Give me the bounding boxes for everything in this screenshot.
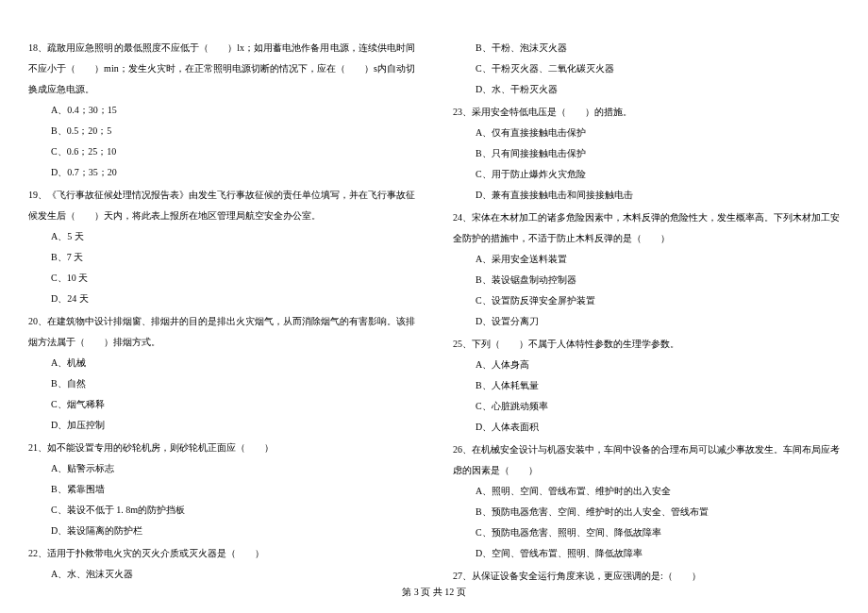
question-19-text: 19、《飞行事故征候处理情况报告表》由发生飞行事故征候的责任单位填写，并在飞行事… <box>28 185 415 226</box>
option-22-c: C、干粉灭火器、二氧化碳灭火器 <box>476 58 840 79</box>
option-18-c: C、0.6；25；10 <box>51 141 415 162</box>
option-26-b: B、预防电器危害、空间、维护时的出人安全、管线布置 <box>476 502 840 522</box>
question-24-text: 24、宋体在木材加工的诸多危险因素中，木料反弹的危险性大，发生概率高。下列木材加… <box>453 207 840 249</box>
question-23-options: A、仅有直接接触电击保护 B、只有间接接触电击保护 C、用于防止爆炸火灾危险 D… <box>453 123 840 206</box>
option-19-c: C、10 天 <box>51 268 415 289</box>
option-18-d: D、0.7；35；20 <box>51 162 415 183</box>
question-22-options-partial: A、水、泡沫灭火器 <box>28 564 415 585</box>
option-20-a: A、机械 <box>51 353 415 373</box>
option-23-b: B、只有间接接触电击保护 <box>476 143 840 164</box>
question-24-options: A、采用安全送料装置 B、装设锯盘制动控制器 C、设置防反弹安全屏护装置 D、设… <box>453 249 840 332</box>
question-27-text: 27、从保证设备安全运行角度来说，更应强调的是:（ ） <box>453 566 840 587</box>
question-20: 20、在建筑物中设计排烟窗、排烟井的目的是排出火灾烟气，从而消除烟气的有害影响。… <box>28 311 415 436</box>
option-24-d: D、设置分离刀 <box>476 311 840 332</box>
option-25-b: B、人体耗氧量 <box>476 375 840 396</box>
question-18-text: 18、疏散用应急照明的最低照度不应低于（ ）lx；如用蓄电池作备用电源，连续供电… <box>28 38 415 100</box>
option-23-c: C、用于防止爆炸火灾危险 <box>476 164 840 185</box>
option-26-c: C、预防电器危害、照明、空间、降低故障率 <box>476 522 840 543</box>
question-20-options: A、机械 B、自然 C、烟气稀释 D、加压控制 <box>28 353 415 436</box>
question-24: 24、宋体在木材加工的诸多危险因素中，木料反弹的危险性大，发生概率高。下列木材加… <box>453 207 840 332</box>
option-23-d: D、兼有直接接触电击和间接接触电击 <box>476 185 840 206</box>
question-27: 27、从保证设备安全运行角度来说，更应强调的是:（ ） <box>453 566 840 587</box>
option-19-b: B、7 天 <box>51 247 415 268</box>
question-25: 25、下列（ ）不属于人体特性参数的生理学参数。 A、人体身高 B、人体耗氧量 … <box>453 334 840 438</box>
option-19-d: D、24 天 <box>51 289 415 309</box>
option-24-b: B、装设锯盘制动控制器 <box>476 270 840 290</box>
page-footer: 第 3 页 共 12 页 <box>0 586 868 599</box>
question-26-text: 26、在机械安全设计与机器安装中，车间中设备的合理布局可以减少事故发生。车间布局… <box>453 439 840 481</box>
question-21-text: 21、如不能设置专用的砂轮机房，则砂轮机正面应（ ） <box>28 438 415 458</box>
option-26-a: A、照明、空间、管线布置、维护时的出入安全 <box>476 481 840 502</box>
left-column: 18、疏散用应急照明的最低照度不应低于（ ）lx；如用蓄电池作备用电源，连续供电… <box>28 38 415 585</box>
option-25-c: C、心脏跳动频率 <box>476 396 840 417</box>
option-25-d: D、人体表面积 <box>476 417 840 438</box>
question-19-options: A、5 天 B、7 天 C、10 天 D、24 天 <box>28 226 415 309</box>
question-18-options: A、0.4；30；15 B、0.5；20；5 C、0.6；25；10 D、0.7… <box>28 100 415 183</box>
question-19: 19、《飞行事故征候处理情况报告表》由发生飞行事故征候的责任单位填写，并在飞行事… <box>28 185 415 309</box>
question-23: 23、采用安全特低电压是（ ）的措施。 A、仅有直接接触电击保护 B、只有间接接… <box>453 102 840 206</box>
option-24-a: A、采用安全送料装置 <box>476 249 840 270</box>
option-20-b: B、自然 <box>51 373 415 394</box>
option-22-b: B、干粉、泡沫灭火器 <box>476 38 840 58</box>
option-20-c: C、烟气稀释 <box>51 394 415 415</box>
question-25-text: 25、下列（ ）不属于人体特性参数的生理学参数。 <box>453 334 840 355</box>
option-19-a: A、5 天 <box>51 226 415 247</box>
option-22-d: D、水、干粉灭火器 <box>476 79 840 100</box>
question-26: 26、在机械安全设计与机器安装中，车间中设备的合理布局可以减少事故发生。车间布局… <box>453 439 840 564</box>
option-18-a: A、0.4；30；15 <box>51 100 415 121</box>
option-22-a: A、水、泡沫灭火器 <box>51 564 415 585</box>
option-20-d: D、加压控制 <box>51 415 415 436</box>
question-21: 21、如不能设置专用的砂轮机房，则砂轮机正面应（ ） A、贴警示标志 B、紧靠围… <box>28 438 415 541</box>
option-18-b: B、0.5；20；5 <box>51 121 415 141</box>
question-20-text: 20、在建筑物中设计排烟窗、排烟井的目的是排出火灾烟气，从而消除烟气的有害影响。… <box>28 311 415 353</box>
question-22: 22、适用于扑救带电火灾的灭火介质或灭火器是（ ） A、水、泡沫灭火器 <box>28 543 415 585</box>
option-21-d: D、装设隔离的防护栏 <box>51 521 415 541</box>
question-25-options: A、人体身高 B、人体耗氧量 C、心脏跳动频率 D、人体表面积 <box>453 355 840 438</box>
question-26-options: A、照明、空间、管线布置、维护时的出入安全 B、预防电器危害、空间、维护时的出人… <box>453 481 840 564</box>
question-23-text: 23、采用安全特低电压是（ ）的措施。 <box>453 102 840 123</box>
option-21-b: B、紧靠围墙 <box>51 479 415 500</box>
question-22-options-cont: B、干粉、泡沫灭火器 C、干粉灭火器、二氧化碳灭火器 D、水、干粉灭火器 <box>453 38 840 100</box>
option-21-a: A、贴警示标志 <box>51 458 415 479</box>
option-25-a: A、人体身高 <box>476 355 840 375</box>
question-21-options: A、贴警示标志 B、紧靠围墙 C、装设不低于 1. 8m的防护挡板 D、装设隔离… <box>28 458 415 541</box>
question-18: 18、疏散用应急照明的最低照度不应低于（ ）lx；如用蓄电池作备用电源，连续供电… <box>28 38 415 183</box>
page-columns: 18、疏散用应急照明的最低照度不应低于（ ）lx；如用蓄电池作备用电源，连续供电… <box>28 38 840 585</box>
option-26-d: D、空间、管线布置、照明、降低故障率 <box>476 543 840 564</box>
option-24-c: C、设置防反弹安全屏护装置 <box>476 290 840 311</box>
option-23-a: A、仅有直接接触电击保护 <box>476 123 840 143</box>
question-22-continued: B、干粉、泡沫灭火器 C、干粉灭火器、二氧化碳灭火器 D、水、干粉灭火器 <box>453 38 840 100</box>
question-22-text: 22、适用于扑救带电火灾的灭火介质或灭火器是（ ） <box>28 543 415 564</box>
option-21-c: C、装设不低于 1. 8m的防护挡板 <box>51 500 415 521</box>
right-column: B、干粉、泡沫灭火器 C、干粉灭火器、二氧化碳灭火器 D、水、干粉灭火器 23、… <box>453 38 840 585</box>
